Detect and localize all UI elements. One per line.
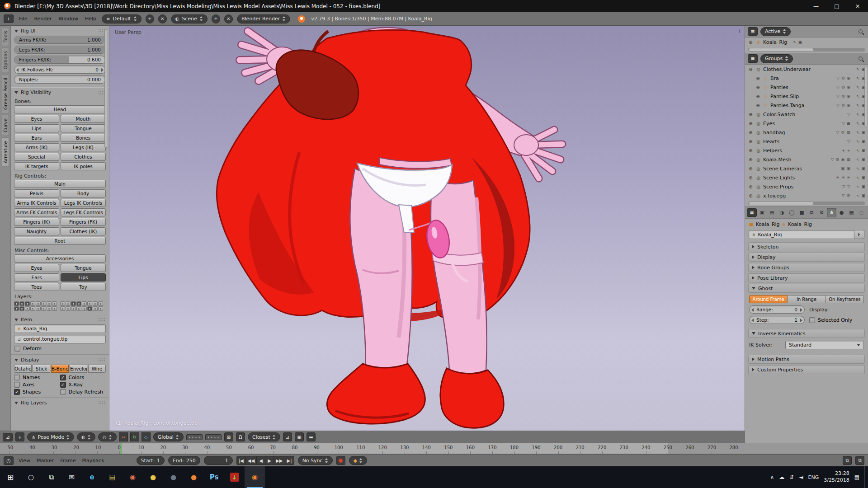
snap-target-icon[interactable]: ⊿	[283, 432, 292, 441]
panel-display-props[interactable]: Display	[748, 253, 865, 262]
opengl-animation-icon[interactable]: ▬	[307, 432, 316, 441]
armature-layer-toggle[interactable]	[87, 306, 92, 311]
panel-header-rig-ui[interactable]: Rig UI	[11, 26, 109, 36]
expand-icon[interactable]: ⊕	[748, 112, 754, 117]
cursor-icon[interactable]: ↖	[856, 121, 860, 126]
cursor-icon[interactable]: ↖	[856, 130, 860, 135]
cursor-icon[interactable]: ↖	[856, 103, 860, 108]
vis-ik-targets-button[interactable]: IK targets	[14, 162, 59, 170]
vis-body-button[interactable]: Body	[61, 189, 106, 197]
mode-selector[interactable]: ⋔ Pose Mode	[27, 432, 74, 441]
misc-eyes-button[interactable]: Eyes	[14, 264, 59, 272]
display-mode-b-bone-button[interactable]: B-Bone	[51, 365, 69, 373]
expand-icon[interactable]: ⊕	[755, 94, 761, 99]
search-icon[interactable]	[859, 29, 863, 33]
cursor-icon[interactable]: ↖	[856, 148, 860, 153]
properties-tab-texture[interactable]: ▦	[847, 208, 856, 217]
expand-icon[interactable]: ⊕	[748, 130, 754, 135]
outliner-row-handbag[interactable]: ⊕◎handbag▽⚙▦↖▣	[745, 128, 868, 137]
root-button[interactable]: Root	[14, 237, 106, 245]
panel-custom-properties[interactable]: Custom Properties	[748, 365, 865, 374]
expand-icon[interactable]: ⊕	[748, 166, 754, 171]
keying-set-selector[interactable]: ◆	[349, 456, 367, 465]
deform-checkbox[interactable]	[14, 346, 20, 352]
misc-toes-button[interactable]: Toes	[14, 283, 59, 291]
outliner-row-bra[interactable]: ⊕▽Bra▽⚙◉↖▣	[745, 74, 868, 83]
panel-grip-icon[interactable]	[98, 401, 105, 405]
armature-layer-toggle[interactable]	[93, 301, 98, 306]
cursor-icon[interactable]: ↖	[856, 67, 860, 71]
render-icon[interactable]: ▣	[861, 166, 865, 171]
properties-tab-render-layers[interactable]: ▤	[767, 208, 777, 217]
vis-clothes-ik-button[interactable]: Clothes (IK)	[61, 227, 106, 235]
delay-refresh-checkbox[interactable]	[60, 389, 66, 395]
armature-layer-toggle[interactable]	[41, 306, 46, 311]
vis-eyes-button[interactable]: Eyes	[14, 115, 59, 123]
decrement-icon[interactable]	[16, 68, 19, 72]
armature-layer-toggle[interactable]	[14, 301, 19, 306]
minimize-button[interactable]: —	[806, 0, 826, 12]
taskbar-firefox-browser-button[interactable]: ●	[184, 466, 204, 488]
taskbar-file-explorer-button[interactable]: ▤	[102, 466, 123, 488]
network[interactable]: ⇵	[789, 474, 794, 480]
menu-marker[interactable]: Marker	[35, 458, 55, 464]
add-scene-button[interactable]: +	[212, 14, 220, 23]
misc-toy-button[interactable]: Toy	[61, 283, 106, 291]
toolshelf-tab-curve[interactable]: Curve	[2, 115, 9, 136]
outliner-row-eyes[interactable]: ⊕◎Eyes▽●↖▣	[745, 119, 868, 128]
cursor-icon[interactable]: ↖	[856, 166, 860, 171]
playback-jump-start-button[interactable]: |◀	[236, 456, 246, 465]
render-icon[interactable]: ▣	[861, 139, 865, 144]
record-button[interactable]	[336, 456, 345, 465]
lock-camera-icon[interactable]: ⊠	[224, 432, 233, 441]
scrollbar-thumb[interactable]	[749, 48, 813, 51]
vis-naughty-button[interactable]: Naughty	[14, 227, 59, 235]
armature-layer-toggle[interactable]	[47, 306, 52, 311]
panel-grip-icon[interactable]	[98, 318, 105, 322]
delete-layout-button[interactable]: ✕	[158, 14, 167, 23]
render-icon[interactable]: ▣	[861, 184, 865, 189]
current-frame-indicator[interactable]	[121, 443, 122, 454]
properties-tab-constraints[interactable]: ⧉	[807, 208, 816, 217]
language-indicator[interactable]: ENG	[808, 474, 819, 480]
ghost-step-field[interactable]: Step: 1	[749, 316, 805, 324]
cursor-icon[interactable]: ↖	[856, 193, 860, 198]
menu-help[interactable]: Help	[84, 16, 98, 22]
vis-arms-fk-controls-button[interactable]: Arms FK Controls	[14, 208, 59, 216]
vis-legs-ik-controls-button[interactable]: Legs IK Controls	[61, 199, 106, 207]
colors-checkbox[interactable]: ✓	[60, 375, 66, 380]
outliner-row-scene-cameras[interactable]: ⊕◎Scene.Cameras▣▣↖▣	[745, 164, 868, 173]
ghost-range-field[interactable]: Range: 0	[749, 305, 805, 314]
breadcrumb-data[interactable]: Koala_Rig	[788, 221, 812, 227]
editor-type-timeline-icon[interactable]: ◷	[4, 456, 14, 465]
editor-type-view3d-icon[interactable]: ⊿	[3, 433, 13, 441]
decrement-icon[interactable]	[751, 319, 754, 322]
vis-legs-ik-button[interactable]: Legs (IK)	[61, 143, 106, 151]
expand-icon[interactable]: ⊕	[748, 157, 754, 162]
properties-tab-object[interactable]: ■	[797, 208, 807, 217]
increment-icon[interactable]	[800, 319, 802, 322]
playback-play-reverse-button[interactable]: ◀	[256, 456, 265, 465]
armature-layer-toggle[interactable]	[71, 301, 76, 306]
vis-arms-ik-controls-button[interactable]: Arms IK Controls	[14, 199, 59, 207]
taskbar-task-view-button[interactable]: ⧉	[41, 466, 61, 488]
expand-icon[interactable]: ⊕	[748, 175, 754, 180]
rig-arms-fk-ik-slider[interactable]: Arms FK/IK:1.000	[14, 36, 106, 44]
menu-playback[interactable]: Playback	[80, 458, 105, 464]
panel-header-display[interactable]: Display	[11, 355, 109, 365]
armature-layer-toggle[interactable]	[82, 306, 87, 311]
armature-layer-toggle[interactable]	[36, 301, 41, 306]
cursor-icon[interactable]: ↖	[856, 94, 860, 99]
panel-ghost[interactable]: Ghost	[748, 284, 865, 293]
scene-layers-widget[interactable]	[205, 434, 222, 440]
armature-layer-toggle[interactable]	[98, 301, 103, 306]
fake-user-button[interactable]: F	[854, 230, 864, 239]
properties-tab-render[interactable]: ▣	[757, 208, 767, 217]
misc-tongue-button[interactable]: Tongue	[61, 264, 106, 272]
notification-center-icon[interactable]: ▤	[854, 474, 859, 480]
ik-solver-dropdown[interactable]: Standard	[785, 341, 864, 349]
armature-layer-toggle[interactable]	[47, 301, 52, 306]
cursor-icon[interactable]: ↖	[856, 157, 860, 162]
horizontal-scrollbar[interactable]	[748, 202, 865, 205]
panel-grip-icon[interactable]	[98, 90, 105, 95]
